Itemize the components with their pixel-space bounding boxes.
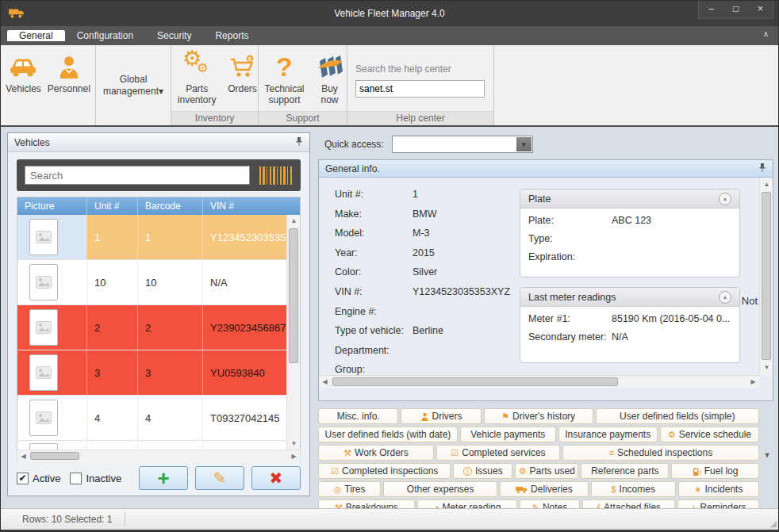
- unit-cell[interactable]: 10: [87, 260, 138, 304]
- unit-cell[interactable]: 4: [87, 396, 138, 440]
- unit-cell[interactable]: 3: [87, 350, 138, 395]
- detail-tab-reminders[interactable]: △Reminders: [677, 499, 759, 508]
- detail-tab-fuel-log[interactable]: Fuel log: [671, 463, 759, 479]
- scroll-right-icon[interactable]: ▶: [747, 376, 759, 388]
- vehicle-search-input[interactable]: [25, 166, 250, 185]
- barcode-cell[interactable]: 2: [138, 305, 203, 350]
- unit-cell[interactable]: 2: [87, 305, 138, 350]
- detail-tab-incomes[interactable]: $Incomes: [591, 481, 676, 497]
- meter-field-value: N/A: [612, 331, 628, 350]
- detail-tab-parts-used[interactable]: ⚙Parts used: [515, 463, 578, 479]
- barcode-icon[interactable]: [259, 166, 293, 185]
- barcode-cell[interactable]: 1: [138, 215, 203, 259]
- detail-tab-attached-files[interactable]: ∮Attached files: [582, 499, 675, 508]
- detail-tab-breakdowns[interactable]: ⚒Breakdowns: [318, 499, 415, 508]
- vehicle-row[interactable]: 44T09327042145: [17, 396, 286, 441]
- unit-cell[interactable]: 1: [87, 215, 138, 259]
- scroll-down-icon[interactable]: ▼: [287, 438, 301, 450]
- personnel-button[interactable]: Personnel: [44, 48, 94, 96]
- detail-tab-completed-inspections[interactable]: ☑Completed inspections: [318, 463, 451, 479]
- detail-tab-service-schedule[interactable]: ⚙Service schedule: [660, 427, 759, 442]
- detail-tab-notes[interactable]: ✎Notes: [520, 499, 579, 508]
- column-header-vin[interactable]: VIN #: [203, 197, 300, 215]
- minimize-button[interactable]: –: [699, 1, 723, 18]
- scroll-left-icon[interactable]: ◀: [319, 376, 331, 388]
- global-management-button[interactable]: Global management▾: [99, 74, 167, 98]
- tabs-scroll-down-icon[interactable]: ▼: [761, 450, 773, 461]
- active-checkbox[interactable]: ✔: [17, 473, 29, 484]
- detail-tab-driver-s-history[interactable]: ⚑Driver's history: [484, 408, 593, 424]
- vin-cell[interactable]: T09327042145: [203, 396, 286, 440]
- inactive-checkbox[interactable]: [70, 473, 82, 484]
- vin-cell[interactable]: Y2390234568678: [203, 305, 286, 350]
- detail-tab-insurance-payments[interactable]: Insurance payments: [558, 427, 658, 442]
- vehicles-button[interactable]: Vehicles: [2, 48, 44, 96]
- detail-tab-misc-info[interactable]: Misc. info.: [318, 408, 398, 424]
- detail-tab-work-orders[interactable]: ⚒Work Orders: [318, 445, 434, 461]
- pin-icon[interactable]: [295, 136, 303, 149]
- vin-cell[interactable]: Y1234523035353XYZ: [203, 215, 286, 259]
- detail-tab-completed-services[interactable]: ☑Completed services: [436, 445, 560, 461]
- menu-tab-reports[interactable]: Reports: [203, 30, 260, 41]
- vehicle-row[interactable]: 33YU0593840: [17, 350, 286, 396]
- edit-vehicle-button[interactable]: ✎: [195, 466, 244, 490]
- general-info-vertical-scrollbar[interactable]: ▲ ▼: [759, 178, 773, 375]
- vehicle-row[interactable]: 11Y1234523035353XYZ: [17, 215, 286, 260]
- vehicle-row[interactable]: [17, 441, 286, 450]
- vin-cell[interactable]: N/A: [203, 260, 286, 304]
- combo-dropdown-icon[interactable]: ▼: [516, 137, 531, 151]
- resize-grip-icon[interactable]: ◢: [770, 519, 777, 529]
- technical-support-button[interactable]: ? Technical support: [258, 48, 312, 107]
- help-search-input[interactable]: [355, 80, 485, 98]
- buy-now-icon: [315, 50, 345, 83]
- barcode-cell[interactable]: 4: [138, 396, 203, 440]
- unit-cell[interactable]: [87, 441, 138, 450]
- detail-tab-vehicle-payments[interactable]: Vehicle payments: [460, 427, 556, 442]
- detail-tab-issues[interactable]: !Issues: [453, 463, 512, 479]
- detail-tab-other-expenses[interactable]: Other expenses: [383, 481, 497, 497]
- barcode-cell[interactable]: 10: [138, 260, 203, 304]
- detail-tab-tires[interactable]: ◎Tires: [318, 481, 381, 497]
- detail-tab-drivers[interactable]: Drivers: [401, 408, 481, 424]
- menu-tab-configuration[interactable]: Configuration: [65, 30, 145, 41]
- detail-tab-user-defined-fields-simple[interactable]: User defined fields (simple): [596, 408, 759, 424]
- vehicle-row[interactable]: 22Y2390234568678: [17, 305, 286, 350]
- scroll-down-icon[interactable]: ▼: [760, 362, 773, 373]
- general-info-horizontal-scrollbar[interactable]: ◀ ▶: [319, 375, 759, 388]
- vin-cell[interactable]: YU0593840: [203, 350, 286, 395]
- detail-tab-user-defined-fields-with-date[interactable]: User defined fields (with date): [318, 427, 458, 442]
- vin-cell[interactable]: [203, 441, 286, 450]
- menu-tab-general[interactable]: General: [7, 30, 65, 41]
- menu-tab-security[interactable]: Security: [145, 30, 203, 41]
- barcode-cell[interactable]: 3: [138, 350, 203, 395]
- pin-icon[interactable]: [758, 163, 766, 175]
- detail-tab-incidents[interactable]: ∗Incidents: [678, 481, 759, 497]
- collapse-panel-icon[interactable]: ▲: [719, 291, 731, 304]
- scroll-up-icon[interactable]: ▲: [760, 179, 773, 190]
- detail-tab-deliveries[interactable]: Deliveries: [500, 481, 589, 497]
- close-button[interactable]: ×: [748, 1, 773, 18]
- scroll-right-icon[interactable]: ▶: [288, 450, 300, 462]
- column-header-unit[interactable]: Unit #: [87, 197, 138, 215]
- collapse-panel-icon[interactable]: ▲: [719, 193, 731, 205]
- general-info-field-value: 2015: [413, 247, 435, 267]
- vehicles-horizontal-scrollbar[interactable]: ◀ ▶: [17, 450, 301, 461]
- maximize-button[interactable]: □: [723, 1, 748, 18]
- orders-button[interactable]: $ Orders: [224, 48, 260, 96]
- scroll-up-icon[interactable]: ▲: [287, 215, 301, 227]
- collapse-ribbon-icon[interactable]: ∧: [763, 29, 769, 38]
- barcode-cell[interactable]: [138, 441, 203, 450]
- buy-now-button[interactable]: Buy now: [312, 48, 348, 107]
- scroll-left-icon[interactable]: ◀: [17, 450, 29, 462]
- column-header-barcode[interactable]: Barcode: [138, 197, 203, 215]
- column-header-picture[interactable]: Picture: [17, 197, 87, 215]
- detail-tab-meter-reading[interactable]: ◔Meter reading: [417, 499, 518, 508]
- detail-tab-reference-parts[interactable]: Reference parts: [581, 463, 669, 479]
- detail-tab-scheduled-inspections[interactable]: ≡Scheduled inspections: [562, 445, 759, 461]
- delete-vehicle-button[interactable]: ✖: [251, 466, 301, 490]
- vehicle-row[interactable]: 1010N/A: [17, 260, 286, 305]
- parts-inventory-button[interactable]: ⚙⚙ Parts inventory: [169, 48, 224, 107]
- vehicles-vertical-scrollbar[interactable]: ▲ ▼: [286, 215, 300, 450]
- add-vehicle-button[interactable]: +: [139, 466, 188, 490]
- quick-access-combobox[interactable]: ▼: [392, 136, 533, 153]
